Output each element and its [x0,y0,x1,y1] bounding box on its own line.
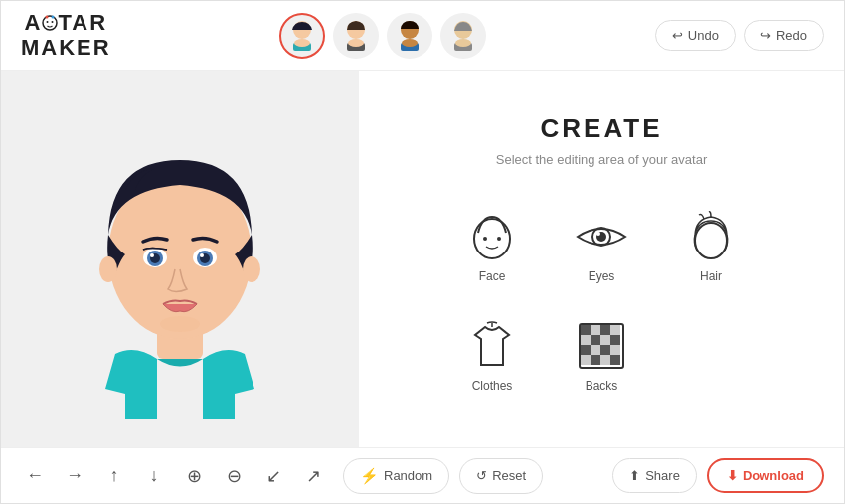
svg-point-26 [200,253,204,257]
svg-rect-43 [581,335,591,345]
random-icon: ⚡ [360,467,379,485]
backs-label: Backs [586,379,618,393]
zoom-out-button[interactable]: ⊖ [220,462,248,490]
share-label: Share [645,468,680,483]
app-container: A TAR MAKER [0,0,845,504]
move-left-button[interactable]: ← [21,462,49,490]
svg-rect-50 [610,345,620,355]
avatar-preview-3[interactable] [387,13,432,59]
svg-point-30 [474,219,510,258]
undo-button[interactable]: ↩ Undo [655,20,736,51]
option-eyes[interactable]: Eyes [557,197,646,296]
eyes-label: Eyes [589,269,615,283]
svg-rect-54 [610,355,620,365]
svg-point-13 [402,39,418,47]
avatar-preview-1[interactable] [279,13,325,59]
svg-rect-41 [600,325,610,335]
zoom-in-button[interactable]: ⊕ [180,462,208,490]
bottom-left-section: ← → ↑ ↓ ⊕ ⊖ ↙ ↗ ⚡ Random ↺ Reset [21,458,543,494]
svg-rect-51 [581,355,591,365]
svg-rect-45 [600,335,610,345]
svg-rect-52 [591,355,600,365]
avatar-canvas [31,100,329,419]
random-button[interactable]: ⚡ Random [343,458,449,494]
redo-button[interactable]: ↪ Redo [744,20,824,51]
main-content: CREATE Select the editing area of your a… [1,71,844,447]
svg-rect-40 [591,325,600,335]
bottom-left-actions: ⚡ Random ↺ Reset [343,458,543,494]
option-backs[interactable]: Backs [557,306,646,406]
undo-icon: ↩ [672,28,683,43]
option-clothes[interactable]: Clothes [447,306,537,406]
avatar-preview-4[interactable] [440,13,486,59]
clothes-icon [465,318,520,373]
redo-icon: ↪ [760,28,771,43]
header: A TAR MAKER [1,1,844,71]
bottom-right-actions: ⬆ Share ⬇ Download [612,458,824,493]
hair-label: Hair [700,269,722,283]
svg-point-4 [52,16,55,19]
svg-point-27 [160,316,200,332]
clothes-label: Clothes [472,379,513,393]
logo-face-icon [42,14,58,32]
logo-text-a: A [25,11,43,35]
redo-label: Redo [776,28,807,43]
svg-rect-44 [591,335,600,345]
avatar-preview-2[interactable] [333,13,379,59]
create-title: CREATE [541,113,663,144]
svg-point-35 [596,232,600,236]
header-actions: ↩ Undo ↪ Redo [655,20,824,51]
move-right-button[interactable]: → [61,462,88,490]
left-panel [1,71,359,447]
svg-point-29 [243,256,260,282]
edit-options: Face Eyes [447,197,756,406]
nav-controls: ← → ↑ ↓ ⊕ ⊖ ↙ ↗ [21,462,327,490]
logo-text-tar: TAR [58,11,107,35]
option-face[interactable]: Face [447,197,537,296]
option-hair[interactable]: Hair [666,197,756,296]
move-up-button[interactable]: ↑ [100,462,128,490]
hair-icon [684,209,739,263]
svg-point-1 [47,21,49,23]
bottom-bar: ← → ↑ ↓ ⊕ ⊖ ↙ ↗ ⚡ Random ↺ Reset [1,447,844,503]
svg-point-3 [46,16,49,19]
create-subtitle: Select the editing area of your avatar [496,152,707,167]
download-icon: ⬇ [727,468,738,483]
svg-rect-53 [600,355,610,365]
svg-rect-48 [591,345,600,355]
svg-point-10 [348,39,364,47]
svg-point-0 [43,16,57,30]
svg-point-2 [52,21,54,23]
right-panel: CREATE Select the editing area of your a… [359,71,844,447]
face-icon [465,209,520,263]
svg-point-36 [695,223,727,258]
undo-label: Undo [688,28,719,43]
svg-point-22 [150,253,154,257]
svg-point-16 [455,39,471,47]
rotate-left-button[interactable]: ↙ [259,462,287,490]
svg-rect-39 [581,325,591,335]
svg-point-7 [294,39,310,47]
reset-icon: ↺ [476,468,487,483]
share-icon: ⬆ [629,468,640,483]
random-label: Random [384,468,432,483]
reset-button[interactable]: ↺ Reset [459,458,543,494]
rotate-right-button[interactable]: ↗ [299,462,327,490]
avatar-svg [36,100,324,419]
download-label: Download [743,468,804,483]
svg-point-32 [497,237,501,241]
logo: A TAR MAKER [21,11,111,59]
move-down-button[interactable]: ↓ [140,462,168,490]
download-button[interactable]: ⬇ Download [707,458,824,493]
logo-line2: MAKER [21,36,111,60]
svg-rect-46 [610,335,620,345]
svg-rect-42 [610,325,620,335]
svg-point-28 [99,256,117,282]
face-label: Face [479,269,506,283]
svg-point-31 [483,237,487,241]
svg-rect-49 [600,345,610,355]
eyes-icon [575,209,629,263]
svg-rect-47 [581,345,591,355]
share-button[interactable]: ⬆ Share [612,458,697,493]
backs-icon [575,318,629,373]
